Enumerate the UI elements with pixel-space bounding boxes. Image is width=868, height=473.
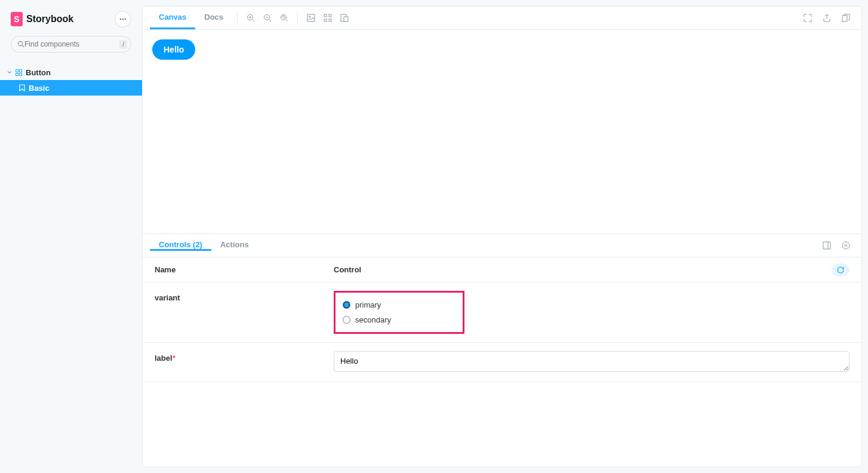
- svg-rect-25: [344, 17, 348, 22]
- svg-rect-6: [20, 69, 22, 72]
- reload-icon: [836, 266, 845, 274]
- tab-controls[interactable]: Controls (2): [150, 240, 211, 251]
- svg-point-19: [309, 16, 310, 17]
- svg-rect-26: [842, 16, 847, 22]
- svg-rect-5: [16, 69, 19, 72]
- grid-button[interactable]: [319, 10, 336, 26]
- storybook-logo-icon: [11, 12, 23, 26]
- tree-component-button[interactable]: Button: [0, 64, 142, 80]
- component-icon: [16, 69, 22, 76]
- background-button[interactable]: [303, 10, 319, 26]
- svg-line-4: [22, 45, 24, 47]
- image-icon: [307, 14, 315, 22]
- controls-header: Name Control: [143, 257, 861, 282]
- share-icon: [823, 14, 831, 22]
- canvas-area: Hello: [143, 30, 861, 234]
- svg-rect-22: [324, 19, 327, 22]
- control-name-label-text: label: [155, 354, 173, 363]
- bookmark-icon: [19, 84, 25, 91]
- control-name-variant: variant: [155, 291, 334, 334]
- addon-tabs: Controls (2) Actions: [143, 234, 861, 257]
- close-circle-icon: [842, 241, 850, 250]
- svg-line-17: [286, 20, 288, 22]
- radio-primary-input[interactable]: [343, 301, 350, 309]
- control-row-variant: variant primary secondary: [143, 282, 861, 343]
- ellipsis-icon: [119, 18, 127, 20]
- viewport-button[interactable]: [336, 10, 353, 26]
- zoom-out-icon: [263, 14, 272, 22]
- svg-rect-20: [324, 14, 327, 17]
- viewport-icon: [340, 14, 349, 22]
- zoom-reset-icon: [280, 14, 288, 22]
- svg-rect-7: [16, 73, 19, 75]
- grid-icon: [324, 14, 332, 22]
- fullscreen-button[interactable]: [799, 10, 816, 26]
- radio-primary-label: primary: [355, 300, 381, 309]
- header-name: Name: [155, 265, 334, 274]
- open-button[interactable]: [818, 10, 835, 26]
- search-icon: [17, 41, 24, 48]
- control-name-label: label*: [155, 351, 334, 373]
- radio-option-secondary[interactable]: secondary: [343, 312, 391, 327]
- svg-rect-21: [329, 14, 331, 17]
- logo[interactable]: Storybook: [11, 12, 73, 26]
- divider: [297, 11, 298, 24]
- svg-line-14: [269, 20, 272, 22]
- main-panel: Canvas Docs: [142, 6, 862, 467]
- panel-icon: [823, 241, 831, 250]
- sidebar: Storybook / Button Basic: [0, 0, 142, 473]
- radio-secondary-label: secondary: [355, 315, 391, 324]
- zoom-in-icon: [247, 14, 255, 22]
- controls-table: Name Control variant primary: [143, 257, 861, 382]
- addon-close-button[interactable]: [838, 237, 854, 254]
- control-row-label: label* Hello: [143, 343, 861, 382]
- tab-actions[interactable]: Actions: [211, 240, 258, 251]
- sidebar-menu-button[interactable]: [115, 11, 131, 27]
- zoom-out-button[interactable]: [259, 10, 276, 26]
- header-control: Control: [334, 265, 832, 274]
- label-text-input[interactable]: Hello: [334, 351, 849, 371]
- svg-point-1: [122, 19, 124, 20]
- svg-rect-23: [329, 19, 331, 22]
- divider: [237, 11, 238, 24]
- chevron-down-icon: [7, 70, 12, 75]
- brand-name: Storybook: [26, 14, 73, 24]
- tree-component-label: Button: [26, 68, 51, 77]
- search-input[interactable]: [24, 40, 119, 48]
- tree-story-label: Basic: [29, 84, 50, 93]
- copy-link-button[interactable]: [838, 10, 854, 26]
- svg-point-16: [281, 15, 287, 20]
- search-input-wrap[interactable]: /: [11, 36, 131, 53]
- svg-rect-27: [823, 242, 830, 249]
- svg-point-3: [19, 42, 23, 46]
- preview-button[interactable]: Hello: [152, 39, 195, 60]
- variant-radio-group: primary secondary: [334, 291, 464, 334]
- svg-rect-8: [20, 73, 22, 75]
- addon-orientation-button[interactable]: [818, 237, 835, 254]
- svg-point-2: [125, 19, 127, 20]
- svg-line-10: [253, 20, 255, 22]
- svg-point-0: [120, 19, 122, 20]
- expand-icon: [804, 14, 812, 22]
- reset-controls-button[interactable]: [832, 263, 849, 277]
- tab-canvas[interactable]: Canvas: [150, 7, 195, 29]
- zoom-in-button[interactable]: [242, 10, 259, 26]
- copy-icon: [842, 14, 850, 22]
- addons-panel: Controls (2) Actions Name Control: [143, 234, 861, 466]
- tab-docs[interactable]: Docs: [195, 7, 232, 29]
- zoom-reset-button[interactable]: [276, 10, 293, 26]
- radio-secondary-input[interactable]: [343, 316, 350, 324]
- topbar: Canvas Docs: [143, 7, 861, 30]
- search-shortcut: /: [119, 40, 127, 49]
- radio-option-primary[interactable]: primary: [343, 297, 391, 312]
- component-tree: Button Basic: [0, 64, 142, 96]
- required-marker: *: [173, 354, 176, 363]
- tree-story-basic[interactable]: Basic: [0, 80, 142, 96]
- sidebar-header: Storybook: [0, 11, 142, 36]
